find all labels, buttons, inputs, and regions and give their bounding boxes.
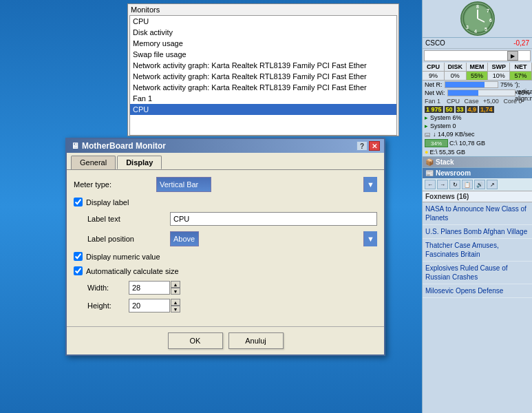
news-item-5[interactable]: Milosevic Opens Defense xyxy=(423,284,532,298)
disk-header: DISK xyxy=(445,63,467,71)
monitors-list[interactable]: CPU Disk activity Memory usage Swap file… xyxy=(129,15,397,136)
monitor-item-swap[interactable]: Swap file usage xyxy=(130,49,396,60)
refresh-button[interactable]: ↻ xyxy=(449,180,460,189)
dialog-tabs: General Display xyxy=(67,153,384,169)
height-spinner-buttons: ▲ ▼ xyxy=(171,299,180,313)
search-input[interactable] xyxy=(425,52,507,59)
net-r-value: 75% xyxy=(500,81,513,88)
stack-panel-header[interactable]: 📦 Stack xyxy=(423,156,532,167)
height-input[interactable] xyxy=(129,299,170,313)
fan1-val: 1 975 xyxy=(425,106,443,113)
monitor-item-cpu2[interactable]: CPU xyxy=(130,104,396,115)
stock-symbol: CSCO xyxy=(425,39,445,47)
meter-type-label: Meter type: xyxy=(74,180,156,189)
speed-label: ↓ 14,09 KB/sec xyxy=(433,131,475,138)
monitor-item-disk[interactable]: Disk activity xyxy=(130,27,396,38)
case-temp: 33 xyxy=(456,106,465,113)
sys6-row: ▸ System 6% xyxy=(423,114,532,122)
meter-type-arrow: ▼ xyxy=(363,177,377,192)
net-r-label: Net R: xyxy=(425,81,443,88)
newsroom-icon: 📰 xyxy=(425,169,434,177)
monitor-item-mem[interactable]: Memory usage xyxy=(130,38,396,49)
plus5-val: 4,9 xyxy=(467,106,478,113)
sys0-label: System 0 xyxy=(430,123,456,129)
label-text-input[interactable] xyxy=(170,212,377,226)
clock-area: 8 7 6 5 4 3 xyxy=(423,0,532,38)
label-position-row: Label position Above Below Left Right ▼ xyxy=(74,231,377,246)
display-label-checkbox[interactable] xyxy=(74,198,83,206)
mem-header: MEM xyxy=(467,63,489,71)
auto-size-text[interactable]: Automatically calculate size xyxy=(86,267,179,275)
cancel-button[interactable]: Anuluj xyxy=(228,332,284,349)
net-w-value: 46% xyxy=(518,89,530,96)
tab-content: Meter type: Vertical Bar Horizontal Bar … xyxy=(67,169,384,324)
news-item-2[interactable]: U.S. Planes Bomb Afghan Village xyxy=(423,225,532,239)
monitor-item-net3[interactable]: Network activity graph: Karta Realtek RT… xyxy=(130,82,396,93)
width-down-button[interactable]: ▼ xyxy=(171,288,180,295)
display-numeric-text[interactable]: Display numeric value xyxy=(86,253,160,261)
svg-text:3: 3 xyxy=(466,25,469,30)
search-button[interactable]: ▶ xyxy=(507,51,518,61)
svg-text:4: 4 xyxy=(474,29,477,34)
height-label: Height: xyxy=(87,301,129,310)
dialog-title: MotherBoard Monitor xyxy=(82,141,166,151)
display-label-row: Display label xyxy=(74,198,377,206)
display-numeric-checkbox[interactable] xyxy=(74,252,83,261)
label-position-select-wrapper: Above Below Left Right ▼ xyxy=(170,231,377,246)
newsroom-toolbar: ← → ↻ 📋 🔊 ↗ xyxy=(423,178,532,191)
monitor-item-fan1[interactable]: Fan 1 xyxy=(130,93,396,104)
c-disk-row: 34% C:\ 10,78 GB xyxy=(423,138,532,148)
news-item-1[interactable]: NASA to Announce New Class of Planets xyxy=(423,202,532,225)
monitor-item-net2[interactable]: Network activity graph: Karta Realtek RT… xyxy=(130,71,396,82)
forward-button[interactable]: → xyxy=(437,180,448,189)
search-bar[interactable]: ▶ xyxy=(424,50,531,61)
label-position-label: Label position xyxy=(87,235,170,243)
height-row: Height: ▲ ▼ xyxy=(74,299,377,313)
monitor-item-cpu1[interactable]: CPU xyxy=(130,16,396,27)
monitors-label: Monitors xyxy=(128,4,398,15)
stack-label: Stack xyxy=(436,158,454,166)
width-input[interactable] xyxy=(129,281,170,295)
stats-headers: CPU DISK MEM SWP NET xyxy=(423,63,532,72)
fan-labels: Fan 1 CPU Case +5,00 Core 0 xyxy=(423,97,532,105)
cpu-val: 9% xyxy=(423,72,445,80)
copy-button[interactable]: 📋 xyxy=(462,180,473,189)
help-button[interactable]: ? xyxy=(357,141,368,151)
desktop: 8 7 6 5 4 3 CSCO -0,27 ▶ xyxy=(0,0,532,413)
newsroom-label: Newsroom xyxy=(436,169,471,177)
dialog-titlebar-buttons: ? ✕ xyxy=(357,141,380,151)
news-item-4[interactable]: Explosives Ruled Cause of Russian Crashe… xyxy=(423,262,532,284)
dialog-buttons: OK Anuluj xyxy=(67,326,384,354)
close-button[interactable]: ✕ xyxy=(369,141,380,151)
auto-size-checkbox[interactable] xyxy=(74,266,83,275)
stack-icon: 📦 xyxy=(425,158,434,166)
label-position-select[interactable]: Above Below Left Right xyxy=(170,231,199,246)
height-down-button[interactable]: ▼ xyxy=(171,306,180,313)
mem-val: 55% xyxy=(467,72,489,80)
sound-button[interactable]: 🔊 xyxy=(474,180,485,189)
display-numeric-row: Display numeric value xyxy=(74,252,377,261)
sys6-label: System 6% xyxy=(430,114,462,121)
swp-header: SWP xyxy=(488,63,510,71)
core0-val: 1,74 xyxy=(479,106,494,113)
svg-text:5: 5 xyxy=(485,27,487,32)
monitor-item-net1[interactable]: Network activity graph: Karta Realtek RT… xyxy=(130,60,396,71)
news-section: Foxnews (16) NASA to Announce New Class … xyxy=(423,191,532,298)
label-position-arrow: ▼ xyxy=(363,231,377,246)
dialog-titlebar: 🖥 MotherBoard Monitor ? ✕ xyxy=(67,139,384,153)
width-up-button[interactable]: ▲ xyxy=(171,281,180,288)
meter-type-select-wrapper: Vertical Bar Horizontal Bar Numeric Grap… xyxy=(156,177,377,192)
ok-button[interactable]: OK xyxy=(168,332,223,349)
meter-type-select[interactable]: Vertical Bar Horizontal Bar Numeric Grap… xyxy=(156,177,211,192)
news-item-3[interactable]: Thatcher Case Amuses, Fascinates Britain xyxy=(423,239,532,262)
tab-display[interactable]: Display xyxy=(117,156,162,169)
label-text-label: Label text xyxy=(87,215,170,223)
tab-general[interactable]: General xyxy=(71,156,116,169)
back-button[interactable]: ← xyxy=(425,180,436,189)
width-label: Width: xyxy=(87,284,129,292)
newsroom-panel-header[interactable]: 📰 Newsroom xyxy=(423,167,532,178)
external-button[interactable]: ↗ xyxy=(487,180,498,189)
disk-val: 0% xyxy=(445,72,467,80)
height-up-button[interactable]: ▲ xyxy=(171,299,180,306)
display-label-text[interactable]: Display label xyxy=(86,198,129,206)
